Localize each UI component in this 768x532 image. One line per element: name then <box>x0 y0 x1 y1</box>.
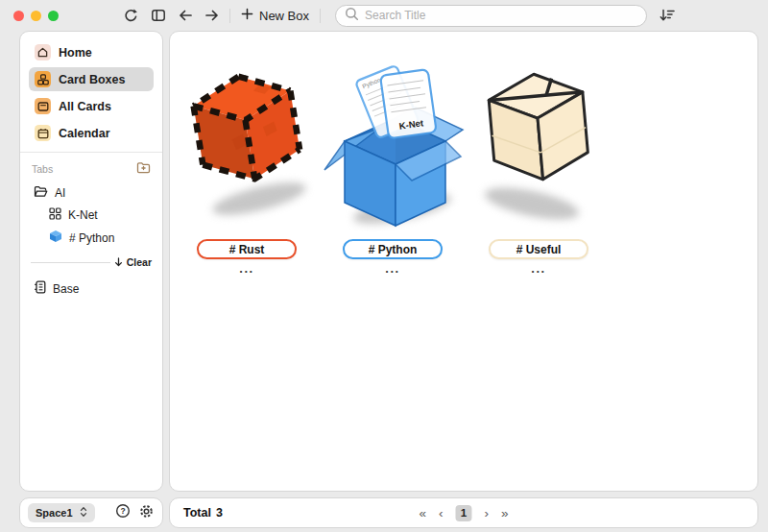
back-icon[interactable] <box>174 5 196 26</box>
sidebar-divider <box>20 152 162 153</box>
svg-text:?: ? <box>120 506 125 516</box>
prev-page-button[interactable]: ‹ <box>439 506 444 520</box>
clear-tabs-button[interactable]: Clear <box>127 256 152 268</box>
box-card-rust: # Rust ... <box>175 47 319 274</box>
space-selector-label: Space1 <box>36 507 73 519</box>
all-cards-icon <box>35 98 51 114</box>
chevron-updown-icon <box>80 506 87 520</box>
last-page-button[interactable]: » <box>501 506 509 520</box>
tab-item-label: # Python <box>69 231 114 245</box>
sidebar-item-calendar[interactable]: Calendar <box>29 121 154 145</box>
next-page-button[interactable]: › <box>485 506 490 520</box>
search-icon <box>345 7 359 25</box>
add-folder-icon[interactable] <box>136 160 151 178</box>
settings-gear-icon[interactable] <box>138 503 155 523</box>
toggle-sidebar-icon[interactable] <box>147 5 169 26</box>
pagination: « ‹ 1 › » <box>419 505 508 521</box>
sidebar-item-label: Card Boxes <box>59 73 125 86</box>
sidebar-item-all-cards[interactable]: All Cards <box>29 94 154 118</box>
search-bar[interactable] <box>335 5 647 27</box>
sidebar-item-base[interactable]: Base <box>29 278 154 300</box>
home-icon <box>35 44 51 60</box>
total-label: Total <box>183 506 211 520</box>
box-tag-rust[interactable]: # Rust <box>197 239 297 259</box>
sidebar-footer: Space1 ? <box>19 497 163 528</box>
sidebar-item-card-boxes[interactable]: Card Boxes <box>29 67 154 91</box>
plus-icon <box>241 8 253 23</box>
sidebar-item-label: Home <box>59 46 92 60</box>
useful-carton-illustration[interactable] <box>467 47 611 231</box>
main-content: # Rust ... Python <box>169 31 758 492</box>
sidebar-item-label: All Cards <box>59 100 111 113</box>
arrow-down-icon <box>114 254 123 271</box>
tab-item-label: K-Net <box>68 208 98 222</box>
box-card-python: Python K-Net <box>321 47 465 274</box>
search-input[interactable] <box>365 9 637 22</box>
notebook-icon <box>34 280 46 297</box>
grid-icon <box>49 207 61 223</box>
calendar-icon <box>35 125 51 141</box>
card-boxes-grid: # Rust ... Python <box>175 47 611 274</box>
sidebar: Home Card Boxes All Cards Calendar Tabs <box>19 31 163 492</box>
current-page-indicator[interactable]: 1 <box>456 505 472 521</box>
new-box-button[interactable]: New Box <box>237 6 313 25</box>
total-value: 3 <box>216 506 223 520</box>
tab-item-knet[interactable]: K-Net <box>44 205 154 226</box>
box-card-useful: # Useful ... <box>467 47 611 274</box>
clear-divider-line <box>31 262 110 263</box>
blue-cube-icon <box>49 230 62 246</box>
total-count: Total 3 <box>183 506 223 520</box>
box-menu-button[interactable]: ... <box>531 264 545 274</box>
tabs-section-header: Tabs <box>29 159 154 182</box>
status-bar: Total 3 « ‹ 1 › » <box>169 497 758 528</box>
folder-open-icon <box>34 185 48 201</box>
forward-icon[interactable] <box>201 5 223 26</box>
first-page-button[interactable]: « <box>419 506 426 520</box>
sort-icon[interactable] <box>656 5 678 26</box>
zoom-window-button[interactable] <box>48 11 59 21</box>
box-menu-button[interactable]: ... <box>239 264 253 274</box>
tab-item-python[interactable]: # Python <box>44 227 154 249</box>
help-icon[interactable]: ? <box>115 503 131 522</box>
traffic-lights <box>13 11 59 21</box>
sidebar-item-label: Base <box>53 282 79 296</box>
tab-folder-label: AI <box>55 186 65 200</box>
app-window: New Box Home Card Boxes <box>0 0 768 532</box>
sidebar-item-label: Calendar <box>59 127 110 140</box>
toolbar-divider <box>320 9 321 23</box>
close-window-button[interactable] <box>13 11 24 21</box>
rust-crate-illustration[interactable] <box>175 47 319 231</box>
box-tag-useful[interactable]: # Useful <box>489 239 588 259</box>
tab-folder-ai[interactable]: AI <box>29 182 154 204</box>
tabs-title: Tabs <box>32 163 53 175</box>
python-open-box-illustration[interactable]: Python K-Net <box>321 47 465 231</box>
toolbar-divider <box>229 9 230 23</box>
space-selector[interactable]: Space1 <box>28 503 95 522</box>
clear-tabs-row: Clear <box>31 254 152 271</box>
box-tag-python[interactable]: # Python <box>343 239 443 259</box>
title-bar: New Box <box>0 0 768 31</box>
refresh-icon[interactable] <box>120 5 142 26</box>
sidebar-item-home[interactable]: Home <box>29 40 154 64</box>
box-menu-button[interactable]: ... <box>385 264 399 274</box>
card-boxes-icon <box>35 71 51 87</box>
new-box-label: New Box <box>259 9 309 23</box>
minimize-window-button[interactable] <box>31 11 41 21</box>
